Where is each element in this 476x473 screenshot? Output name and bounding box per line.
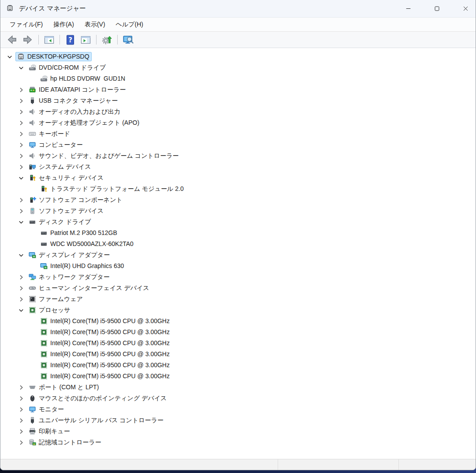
chevron-down-icon[interactable] <box>15 252 27 259</box>
chevron-right-icon[interactable] <box>15 417 27 424</box>
svg-text:?: ? <box>68 36 72 44</box>
tree-item[interactable]: hp HLDS DVDRW GUD1N <box>0 73 476 84</box>
tree-item[interactable]: マウスとそのほかのポインティング デバイス <box>0 393 476 404</box>
chevron-right-icon[interactable] <box>15 406 27 413</box>
tree-item[interactable]: IDE ATA/ATAPI コントローラー <box>0 84 476 95</box>
chevron-right-icon[interactable] <box>15 395 27 402</box>
tree-item[interactable]: ネットワーク アダプター <box>0 272 476 283</box>
tree-item[interactable]: ヒューマン インターフェイス デバイス <box>0 283 476 294</box>
caption-buttons <box>390 0 476 17</box>
chevron-right-icon[interactable] <box>15 164 27 171</box>
chevron-right-icon[interactable] <box>15 384 27 391</box>
chevron-right-icon[interactable] <box>15 428 27 435</box>
maximize-icon <box>435 6 439 11</box>
chevron-down-icon[interactable] <box>15 307 27 314</box>
toolbar: ? <box>0 32 476 48</box>
tree-item[interactable]: モニター <box>0 404 476 415</box>
tree-item[interactable]: DVD/CD-ROM ドライブ <box>0 62 476 73</box>
mouse-icon <box>28 395 36 402</box>
tree-item-label: Intel(R) Core(TM) i5-9500 CPU @ 3.00GHz <box>50 339 170 347</box>
tree-item[interactable]: サウンド、ビデオ、およびゲーム コントローラー <box>0 150 476 161</box>
tree-item[interactable]: ソフトウェア コンポーネント <box>0 194 476 205</box>
chevron-right-icon[interactable] <box>15 119 27 127</box>
tree-item-label: 記憶域コントローラー <box>39 439 101 446</box>
tree-item[interactable]: トラステッド プラットフォーム モジュール 2.0 <box>0 183 476 194</box>
chevron-right-icon[interactable] <box>15 97 27 104</box>
usb-plug-icon <box>28 97 36 104</box>
close-button[interactable] <box>455 0 476 17</box>
show-action-pane-button[interactable] <box>79 34 93 46</box>
show-console-tree-button[interactable] <box>42 34 56 46</box>
chevron-right-icon[interactable] <box>15 439 27 446</box>
tree-item[interactable]: キーボード <box>0 128 476 139</box>
tree-item[interactable]: 記憶域コントローラー <box>0 437 476 448</box>
menu-file[interactable]: ファイル(F) <box>4 19 48 31</box>
menu-view[interactable]: 表示(V) <box>79 19 111 31</box>
chevron-right-icon[interactable] <box>15 285 27 292</box>
tree-item[interactable]: システム デバイス <box>0 161 476 172</box>
scan-hardware-changes-button[interactable] <box>100 34 114 46</box>
device-manager-icon <box>6 4 15 13</box>
chevron-down-icon[interactable] <box>15 175 27 182</box>
keyboard-icon <box>28 130 36 138</box>
tree-item[interactable]: ユニバーサル シリアル バス コントローラー <box>0 415 476 426</box>
chevron-down-icon[interactable] <box>15 64 27 71</box>
chevron-right-icon[interactable] <box>15 153 27 160</box>
back-button[interactable] <box>5 34 19 46</box>
tree-item[interactable]: プロセッサ <box>0 305 476 316</box>
tree-item[interactable]: Intel(R) Core(TM) i5-9500 CPU @ 3.00GHz <box>0 316 476 327</box>
chevron-right-icon[interactable] <box>15 86 27 93</box>
tree-item[interactable]: 印刷キュー <box>0 426 476 437</box>
tree-item[interactable]: USB コネクタ マネージャー <box>0 95 476 106</box>
tree-item-label: ディスク ドライブ <box>39 218 91 226</box>
menu-action[interactable]: 操作(A) <box>48 19 79 31</box>
minimize-icon <box>406 6 411 11</box>
tree-item[interactable]: Intel(R) Core(TM) i5-9500 CPU @ 3.00GHz <box>0 371 476 382</box>
chevron-right-icon[interactable] <box>15 197 27 204</box>
tree-item[interactable]: Intel(R) UHD Graphics 630 <box>0 261 476 272</box>
tree-item[interactable]: ディスク ドライブ <box>0 216 476 227</box>
firmware-chip-icon <box>28 295 36 303</box>
tree-item[interactable]: WDC WD5000AZLX-60K2TA0 <box>0 238 476 250</box>
processor-icon <box>40 361 48 369</box>
tree-item[interactable]: Patriot M.2 P300 512GB <box>0 227 476 238</box>
tree-item[interactable]: Intel(R) Core(TM) i5-9500 CPU @ 3.00GHz <box>0 327 476 338</box>
tree-item[interactable]: DESKTOP-KPGPSDQ <box>0 51 476 62</box>
tree-item[interactable]: Intel(R) Core(TM) i5-9500 CPU @ 3.00GHz <box>0 360 476 371</box>
tree-item-label: ポート (COM と LPT) <box>39 384 99 391</box>
device-view-button[interactable] <box>121 34 135 46</box>
tree-item[interactable]: オーディオの入力および出力 <box>0 106 476 117</box>
tree-item-label: ソフトウェア コンポーネント <box>39 196 123 204</box>
tree-item[interactable]: オーディオ処理オブジェクト (APO) <box>0 117 476 128</box>
maximize-button[interactable] <box>427 0 447 17</box>
chevron-right-icon[interactable] <box>15 108 27 115</box>
chevron-down-icon[interactable] <box>4 53 15 60</box>
tree-item-label: オーディオの入力および出力 <box>39 108 120 115</box>
tree-item[interactable]: ディスプレイ アダプター <box>0 250 476 261</box>
tree-item[interactable]: ファームウェア <box>0 294 476 305</box>
chevron-right-icon[interactable] <box>15 208 27 215</box>
scan-hardware-icon <box>102 35 112 45</box>
menu-help[interactable]: ヘルプ(H) <box>111 19 149 31</box>
processor-icon <box>40 339 48 347</box>
tree-item[interactable]: ソフトウェア デバイス <box>0 205 476 216</box>
chevron-right-icon[interactable] <box>15 274 27 281</box>
tree-item-label: ソフトウェア デバイス <box>39 207 104 215</box>
device-manager-icon <box>17 53 25 60</box>
gamepad-icon <box>28 284 36 292</box>
forward-button[interactable] <box>21 34 35 46</box>
minimize-button[interactable] <box>398 0 418 17</box>
help-icon: ? <box>65 35 75 45</box>
tree-item[interactable]: Intel(R) Core(TM) i5-9500 CPU @ 3.00GHz <box>0 349 476 360</box>
tree-item[interactable]: コンピューター <box>0 139 476 150</box>
tree-item[interactable]: Intel(R) Core(TM) i5-9500 CPU @ 3.00GHz <box>0 338 476 349</box>
tree-item-label: ユニバーサル シリアル バス コントローラー <box>39 417 164 424</box>
help-button[interactable]: ? <box>63 34 77 46</box>
tree-item-label: DVD/CD-ROM ドライブ <box>39 64 106 71</box>
tree-item[interactable]: セキュリティ デバイス <box>0 172 476 183</box>
chevron-down-icon[interactable] <box>15 219 27 226</box>
chevron-right-icon[interactable] <box>15 130 27 138</box>
chevron-right-icon[interactable] <box>15 142 27 149</box>
chevron-right-icon[interactable] <box>15 296 27 303</box>
tree-item[interactable]: ポート (COM と LPT) <box>0 382 476 393</box>
